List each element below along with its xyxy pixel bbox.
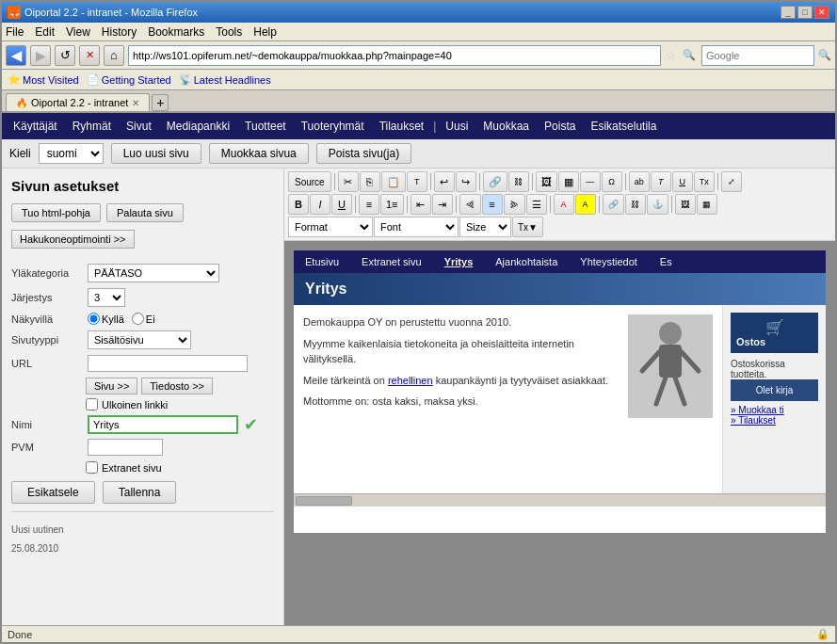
bg-color-button[interactable]: A [575, 194, 596, 215]
numbered-list-button[interactable]: 1≡ [380, 194, 404, 215]
ulkoinen-checkbox[interactable] [86, 398, 98, 411]
url-input-field[interactable] [88, 355, 248, 372]
nav-tuotteet[interactable]: Tuotteet [237, 116, 294, 137]
pvm-input[interactable] [88, 439, 163, 456]
import-html-button[interactable]: Tuo html-pohja [11, 203, 101, 222]
preview-button[interactable]: Esikatsele [11, 481, 95, 504]
align-justify-button[interactable]: ☰ [526, 194, 547, 215]
nakyvilla-no-radio[interactable] [132, 313, 144, 325]
site-main[interactable]: Demokauppa OY on perustettu vuonna 2010.… [294, 305, 722, 493]
stop-button[interactable]: ✕ [79, 45, 100, 66]
bold-button[interactable]: B [288, 194, 309, 215]
site-nav-ajankohtaista[interactable]: Ajankohtaista [484, 250, 569, 273]
forward-button[interactable]: ▶ [30, 45, 51, 66]
url-input[interactable] [128, 45, 661, 66]
menu-help[interactable]: Help [253, 25, 277, 39]
site-nav-yritys[interactable]: Yritys [433, 250, 485, 273]
link-button[interactable]: 🔗 [483, 171, 507, 192]
nav-kayttajat[interactable]: Käyttäjät [6, 116, 65, 137]
nimi-input[interactable] [88, 415, 238, 434]
remove-format-button[interactable]: Tx [694, 171, 715, 192]
site-nav-es[interactable]: Es [649, 250, 684, 273]
menu-bookmarks[interactable]: Bookmarks [148, 25, 204, 39]
horizontal-scrollbar[interactable] [294, 493, 826, 507]
text-color-button[interactable]: A [554, 194, 574, 215]
search-input[interactable] [701, 45, 814, 66]
nakyvilla-yes-radio[interactable] [88, 313, 100, 325]
nakyvilla-yes-label[interactable]: Kyllä [88, 313, 124, 325]
close-button[interactable]: ✕ [814, 6, 829, 19]
nakyvilla-no-label[interactable]: Ei [132, 313, 155, 325]
anchor-button[interactable]: ⚓ [647, 194, 668, 215]
minimize-button[interactable]: _ [781, 6, 796, 19]
undo-button[interactable]: ↩ [434, 171, 455, 192]
align-left-button[interactable]: ⫷ [459, 194, 481, 215]
bookmark-latest-headlines[interactable]: 📡 Latest Headlines [179, 73, 271, 86]
sivutyyppi-select[interactable]: Sisältösivu [88, 330, 191, 349]
nav-muokkaa[interactable]: Muokkaa [475, 116, 537, 137]
nav-ryhmat[interactable]: Ryhmät [65, 116, 119, 137]
size-select[interactable]: Size 8 10 12 [459, 217, 511, 237]
font-select[interactable]: Font Arial Times New Roman [374, 217, 459, 237]
site-nav-extranet[interactable]: Extranet sivu [350, 250, 433, 273]
bookmark-star-icon[interactable]: ☆ [665, 48, 677, 63]
content-link[interactable]: rehellinen [388, 375, 433, 386]
hr-button[interactable]: — [580, 171, 601, 192]
search-go-icon[interactable]: 🔍 [818, 49, 831, 61]
nav-mediapankki[interactable]: Mediapankki [159, 116, 237, 137]
maximize-button[interactable]: □ [797, 6, 813, 19]
maximize-editor-button[interactable]: ⤢ [721, 171, 742, 192]
table-button[interactable]: ▦ [558, 171, 579, 192]
indent-button[interactable]: ⇥ [432, 194, 453, 215]
cut-button[interactable]: ✂ [338, 171, 359, 192]
underline-format-button[interactable]: U [672, 171, 693, 192]
nav-poista[interactable]: Poista [537, 116, 583, 137]
link2-button[interactable]: 🔗 [603, 194, 624, 215]
menu-tools[interactable]: Tools [216, 25, 242, 39]
copy-button[interactable]: ⎘ [360, 171, 380, 192]
menu-file[interactable]: File [6, 25, 24, 39]
menu-edit[interactable]: Edit [35, 25, 55, 39]
tab-close-icon[interactable]: ✕ [132, 98, 139, 108]
table2-button[interactable]: ▦ [697, 194, 717, 215]
redo-button[interactable]: ↪ [456, 171, 476, 192]
align-right-button[interactable]: ⫸ [504, 194, 525, 215]
nav-tuoteryhmat[interactable]: Tuoteryhmät [294, 116, 372, 137]
format-select[interactable]: Format Heading 1 Heading 2 Paragraph [288, 217, 373, 237]
create-page-button[interactable]: Luo uusi sivu [111, 143, 201, 164]
outdent-button[interactable]: ⇤ [410, 194, 431, 215]
align-center-button[interactable]: ≡ [482, 194, 503, 215]
bookmark-most-visited[interactable]: ⭐ Most Visited [8, 73, 79, 86]
delete-page-button[interactable]: Poista sivu(ja) [316, 143, 411, 164]
nav-tilaukset[interactable]: Tilaukset [372, 116, 432, 137]
menu-view[interactable]: View [66, 25, 90, 39]
content-text[interactable]: Demokauppa OY on perustettu vuonna 2010.… [303, 314, 620, 418]
bold-format-button[interactable]: ab [629, 171, 650, 192]
bullet-list-button[interactable]: ≡ [359, 194, 379, 215]
save-button[interactable]: Tallenna [103, 481, 177, 504]
site-nav-yhteystiedot[interactable]: Yhteystiedot [569, 250, 649, 273]
edit-page-button[interactable]: Muokkaa sivua [209, 143, 309, 164]
menu-history[interactable]: History [102, 25, 137, 39]
image-button[interactable]: 🖼 [536, 171, 557, 192]
unlink-button[interactable]: ⛓ [508, 171, 529, 192]
back-button[interactable]: ◀ [6, 45, 26, 66]
reload-button[interactable]: ↺ [55, 45, 75, 66]
seo-button[interactable]: Hakukoneoptimointi >> [11, 230, 135, 249]
unlink2-button[interactable]: ⛓ [625, 194, 646, 215]
title-bar-controls[interactable]: _ □ ✕ [781, 6, 829, 19]
jarjestys-select[interactable]: 3 [88, 288, 125, 307]
tab-main[interactable]: 🔥 Oiportal 2.2 - intranet ✕ [6, 93, 150, 111]
bookmark-getting-started[interactable]: 📄 Getting Started [87, 73, 171, 86]
italic-format-button[interactable]: T [651, 171, 671, 192]
new-tab-button[interactable]: + [152, 94, 169, 111]
language-select[interactable]: suomi english [39, 143, 104, 164]
nav-esikatselutila[interactable]: Esikatselutila [583, 116, 664, 137]
tx-button[interactable]: Tx▼ [512, 217, 543, 237]
return-page-button[interactable]: Palauta sivu [106, 203, 184, 222]
paste-text-button[interactable]: T [407, 171, 427, 192]
extranet-checkbox[interactable] [86, 461, 98, 474]
sidebar-link-1[interactable]: » Muokkaa ti [731, 405, 818, 415]
sidebar-link-2[interactable]: » Tilaukset [731, 415, 818, 426]
paste-button[interactable]: 📋 [381, 171, 406, 192]
